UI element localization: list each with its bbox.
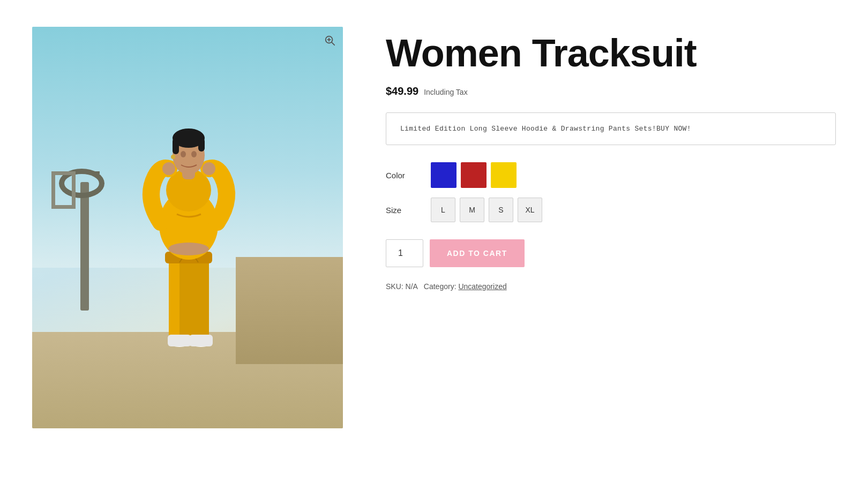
size-option-L[interactable]: L [431, 198, 455, 222]
color-option-row: Color [386, 162, 836, 188]
color-swatches [431, 162, 517, 188]
color-label: Color [386, 171, 418, 180]
product-price-row: $49.99 Including Tax [386, 85, 836, 97]
quantity-input[interactable] [386, 239, 423, 267]
svg-point-21 [168, 243, 209, 255]
size-label: Size [386, 206, 418, 215]
basketball-backboard [51, 171, 76, 209]
svg-point-19 [181, 151, 186, 157]
svg-point-11 [162, 162, 175, 175]
sku-label: SKU: [386, 282, 403, 291]
product-title: Women Tracksuit [386, 32, 836, 74]
color-swatch-blue[interactable] [431, 162, 457, 188]
product-price: $49.99 [386, 85, 418, 97]
category-label: Category: [424, 282, 457, 291]
svg-point-20 [191, 151, 197, 157]
price-tax-note: Including Tax [424, 88, 467, 96]
sku-value: N/A [406, 282, 418, 291]
product-description: Limited Edition Long Sleeve Hoodie & Dra… [400, 125, 821, 133]
category-link[interactable]: Uncategorized [458, 282, 506, 291]
add-to-cart-button[interactable]: ADD TO CART [430, 239, 525, 267]
size-option-row: Size L M S XL [386, 198, 836, 222]
add-to-cart-row: ADD TO CART [386, 239, 836, 267]
svg-rect-17 [198, 138, 205, 152]
svg-rect-3 [168, 335, 191, 346]
woman-figure [118, 86, 257, 369]
size-option-XL[interactable]: XL [518, 198, 542, 222]
svg-line-23 [332, 42, 334, 45]
basketball-pole [80, 182, 89, 311]
color-swatch-yellow[interactable] [491, 162, 517, 188]
size-option-M[interactable]: M [460, 198, 484, 222]
product-image-section [32, 27, 343, 428]
svg-rect-16 [173, 138, 179, 154]
product-page: Women Tracksuit $49.99 Including Tax Lim… [0, 0, 868, 499]
svg-point-18 [171, 155, 175, 159]
zoom-icon[interactable] [324, 34, 335, 46]
size-options: L M S XL [431, 198, 542, 222]
color-swatch-red[interactable] [461, 162, 487, 188]
product-details-section: Women Tracksuit $49.99 Including Tax Lim… [386, 27, 836, 291]
svg-point-12 [203, 162, 215, 175]
svg-rect-5 [189, 335, 213, 346]
size-option-S[interactable]: S [489, 198, 513, 222]
product-description-box: Limited Edition Long Sleeve Hoodie & Dra… [386, 112, 836, 145]
product-image-wrapper [32, 27, 343, 428]
product-meta: SKU: N/A Category: Uncategorized [386, 282, 836, 291]
svg-rect-1 [179, 257, 209, 343]
